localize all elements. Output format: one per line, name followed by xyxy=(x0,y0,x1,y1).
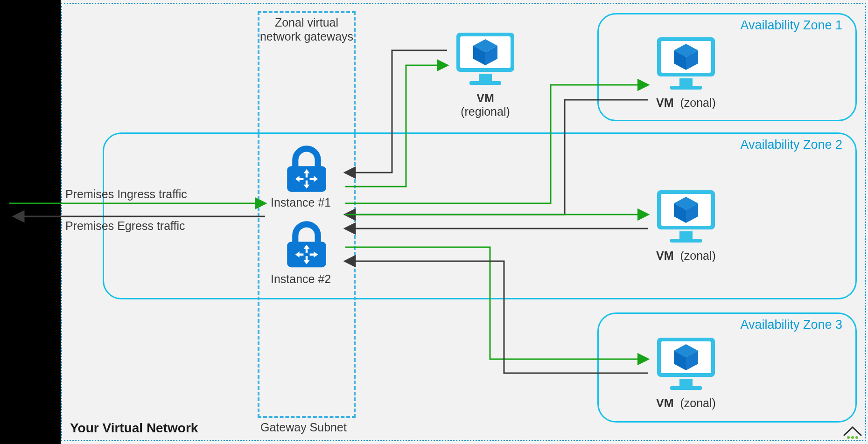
svg-rect-19 xyxy=(679,78,693,86)
vm-az2-icon xyxy=(653,187,719,247)
left-grey-overlay xyxy=(0,0,61,444)
vm-az1-icon xyxy=(653,34,719,94)
svg-rect-20 xyxy=(670,86,702,90)
availability-zone-2-box: Availability Zone 2 xyxy=(103,132,857,299)
availability-zone-3-title: Availability Zone 3 xyxy=(740,318,842,332)
vm-az3-caption: VM (zonal) xyxy=(639,396,733,410)
vm-regional-icon xyxy=(453,29,518,90)
svg-rect-27 xyxy=(670,239,702,243)
instance-2-label: Instance #2 xyxy=(271,272,331,286)
vm-az2-caption: VM (zonal) xyxy=(639,249,733,263)
diagram-stage: Availability Zone 1 Availability Zone 2 … xyxy=(0,0,868,444)
vm-regional-name: VM xyxy=(476,91,494,104)
vm-az3-scope: (zonal) xyxy=(680,396,715,409)
svg-point-39 xyxy=(851,436,854,439)
vm-az1-caption: VM (zonal) xyxy=(639,96,733,110)
subnet-title-line2: network gateways xyxy=(258,30,356,43)
vm-az2-scope: (zonal) xyxy=(680,249,715,262)
svg-rect-33 xyxy=(679,379,693,386)
vm-az3-name: VM xyxy=(656,396,674,409)
vm-az2-name: VM xyxy=(656,249,674,262)
svg-point-40 xyxy=(855,436,858,439)
virtual-network-label: Your Virtual Network xyxy=(70,421,198,436)
egress-label: Premises Egress traffic xyxy=(65,219,185,233)
availability-zone-1-title: Availability Zone 1 xyxy=(740,18,842,33)
gateway-instance-1-icon xyxy=(281,145,332,196)
instance-1-label: Instance #1 xyxy=(271,196,331,209)
vm-regional-scope: (regional) xyxy=(461,105,510,118)
svg-rect-13 xyxy=(469,81,501,85)
vm-az3-icon xyxy=(653,334,719,395)
svg-rect-34 xyxy=(670,386,702,390)
gateway-instance-2-icon xyxy=(281,220,332,271)
corner-dots-icon xyxy=(841,424,864,440)
gateway-subnet-label: Gateway Subnet xyxy=(260,421,347,434)
vm-az1-name: VM xyxy=(656,96,674,109)
availability-zone-2-title: Availability Zone 2 xyxy=(740,138,842,152)
svg-rect-12 xyxy=(479,74,492,81)
vm-az1-scope: (zonal) xyxy=(680,96,715,109)
vm-regional-caption: VM (regional) xyxy=(439,91,532,118)
svg-rect-26 xyxy=(679,231,693,239)
svg-point-38 xyxy=(847,436,850,439)
gateway-subnet-box xyxy=(258,11,356,418)
subnet-title-line1: Zonal virtual xyxy=(258,16,356,29)
ingress-label: Premises Ingress traffic xyxy=(65,187,187,201)
